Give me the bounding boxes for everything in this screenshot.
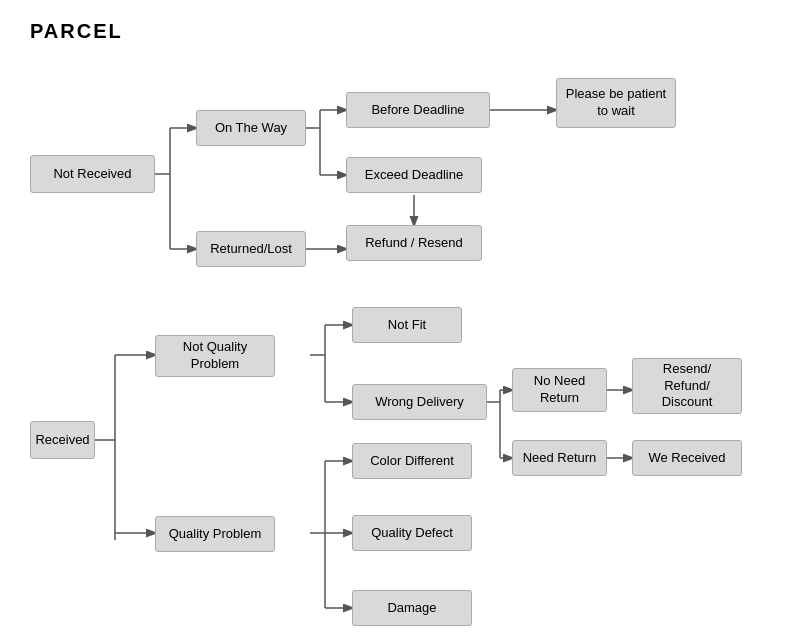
on-the-way-node: On The Way [196,110,306,146]
page-title: PARCEL [30,20,123,43]
wrong-delivery-node: Wrong Delivery [352,384,487,420]
quality-defect-node: Quality Defect [352,515,472,551]
we-received-node: We Received [632,440,742,476]
not-quality-node: Not Quality Problem [155,335,275,377]
chart-container: PARCEL [0,0,800,642]
exceed-deadline-node: Exceed Deadline [346,157,482,193]
please-wait-node: Please be patient to wait [556,78,676,128]
color-different-node: Color Different [352,443,472,479]
not-received-node: Not Received [30,155,155,193]
quality-problem-node: Quality Problem [155,516,275,552]
no-need-return-node: No Need Return [512,368,607,412]
returned-lost-node: Returned/Lost [196,231,306,267]
resend-refund-node: Resend/ Refund/ Discount [632,358,742,414]
refund-resend-node: Refund / Resend [346,225,482,261]
need-return-node: Need Return [512,440,607,476]
not-fit-node: Not Fit [352,307,462,343]
damage-node: Damage [352,590,472,626]
received-node: Received [30,421,95,459]
before-deadline-node: Before Deadline [346,92,490,128]
